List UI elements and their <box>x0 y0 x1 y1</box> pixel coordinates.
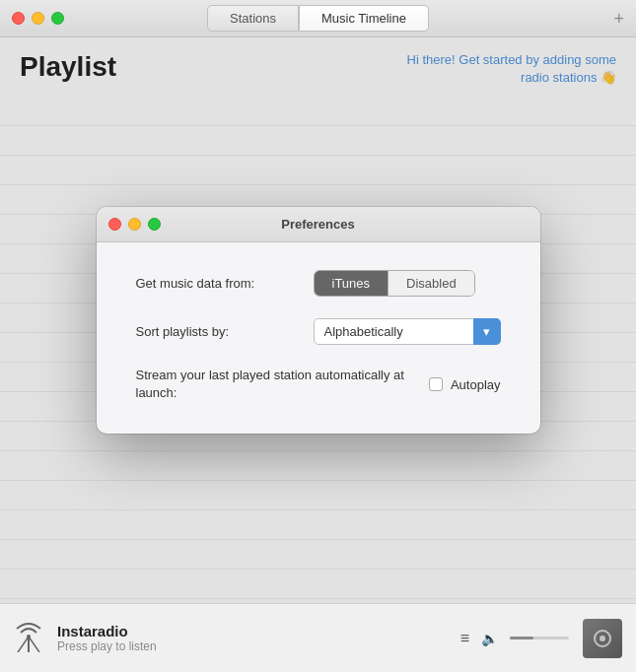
dialog-titlebar: Preferences <box>97 207 540 242</box>
stream-label: Stream your last played station automati… <box>136 367 429 402</box>
station-logo-inner <box>583 619 622 658</box>
sort-label: Sort playlists by: <box>136 324 314 339</box>
get-music-row: Get music data from: iTunes Disabled <box>136 270 501 297</box>
music-source-control: iTunes Disabled <box>314 270 475 297</box>
main-content: Playlist Hi there! Get started by adding… <box>0 37 636 603</box>
menu-icon[interactable]: ≡ <box>460 630 469 647</box>
station-info: Instaradio Press play to listen <box>57 623 447 653</box>
volume-slider[interactable] <box>510 637 569 639</box>
tab-bar: Stations Music Timeline <box>207 5 429 32</box>
volume-fill <box>510 637 533 639</box>
dialog-overlay: Preferences Get music data from: iTunes … <box>0 37 636 603</box>
autoplay-label: Autoplay <box>451 377 501 392</box>
dialog-maximize-button[interactable] <box>148 218 161 231</box>
tab-stations[interactable]: Stations <box>207 5 299 32</box>
itunes-segment[interactable]: iTunes <box>315 271 389 296</box>
disabled-segment[interactable]: Disabled <box>389 271 474 296</box>
autoplay-checkbox-row: Autoplay <box>429 377 501 392</box>
tab-music-timeline[interactable]: Music Timeline <box>299 5 429 32</box>
window-controls <box>12 12 64 25</box>
minimize-button[interactable] <box>32 12 44 25</box>
dialog-minimize-button[interactable] <box>128 218 141 231</box>
bottom-controls: ≡ 🔈 <box>460 630 569 647</box>
svg-line-1 <box>18 637 29 652</box>
autoplay-row: Stream your last played station automati… <box>136 367 501 402</box>
antenna-icon <box>14 619 43 658</box>
volume-icon: 🔈 <box>481 631 498 646</box>
station-logo <box>583 619 622 658</box>
close-button[interactable] <box>12 12 25 25</box>
svg-point-3 <box>27 635 31 638</box>
dialog-title: Preferences <box>281 217 354 232</box>
get-music-label: Get music data from: <box>136 276 314 291</box>
sort-dropdown[interactable]: Alphabetically By Date Added By Play Cou… <box>314 318 501 345</box>
station-name: Instaradio <box>57 623 447 639</box>
svg-line-2 <box>29 637 39 652</box>
svg-point-5 <box>600 636 605 641</box>
dialog-body: Get music data from: iTunes Disabled Sor… <box>97 242 540 434</box>
station-sub: Press play to listen <box>57 639 447 653</box>
sort-playlists-row: Sort playlists by: Alphabetically By Dat… <box>136 318 501 345</box>
add-button[interactable]: + <box>613 10 624 28</box>
autoplay-checkbox[interactable] <box>429 377 443 391</box>
sort-dropdown-wrapper: Alphabetically By Date Added By Play Cou… <box>314 318 501 345</box>
bottom-bar: Instaradio Press play to listen ≡ 🔈 <box>0 603 636 672</box>
titlebar: Stations Music Timeline + <box>0 0 636 37</box>
maximize-button[interactable] <box>51 12 64 25</box>
dialog-close-button[interactable] <box>108 218 121 231</box>
preferences-dialog: Preferences Get music data from: iTunes … <box>97 207 540 434</box>
dialog-controls <box>108 218 161 231</box>
